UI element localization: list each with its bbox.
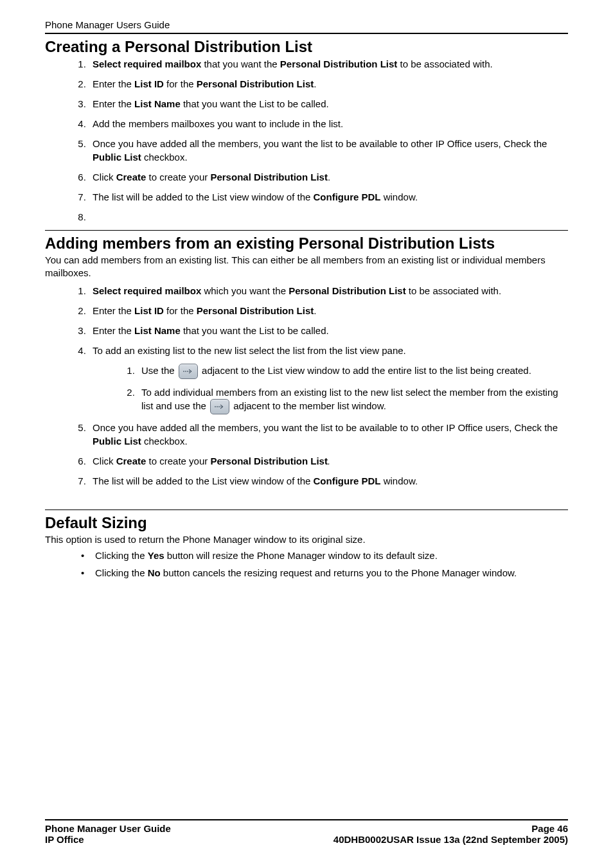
- footer-left-title: Phone Manager User Guide: [45, 823, 171, 834]
- text: checkbox.: [141, 436, 188, 447]
- text-bold: Yes: [148, 550, 164, 561]
- list-item: To add an existing list to the new list …: [89, 344, 568, 414]
- list-item: Select required mailbox which you want t…: [89, 284, 568, 297]
- text: button will resize the Phone Manager win…: [164, 550, 438, 561]
- text: Clicking the: [95, 550, 148, 561]
- footer-divider: [45, 819, 568, 820]
- text: which you want the: [201, 285, 289, 296]
- text-bold: List Name: [134, 98, 181, 109]
- text: window.: [381, 191, 418, 202]
- text: Clicking the: [95, 567, 148, 578]
- text-bold: List Name: [134, 325, 181, 336]
- list-item: Click Create to create your Personal Dis…: [89, 170, 568, 184]
- text-bold: List ID: [134, 78, 164, 89]
- list-item: Add the members mailboxes you want to in…: [89, 117, 568, 130]
- text-bold: List ID: [134, 305, 164, 316]
- list-item: The list will be added to the List view …: [89, 190, 568, 204]
- page-header-title: Phone Manager Users Guide: [45, 19, 568, 30]
- text: to create your: [146, 172, 210, 182]
- text: Enter the: [93, 325, 134, 336]
- text-bold: Create: [116, 456, 147, 466]
- text: To add an existing list to the new list …: [93, 345, 406, 356]
- text: Once you have added all the members, you…: [93, 422, 558, 433]
- text: to be associated with.: [406, 285, 501, 296]
- text-bold: Create: [116, 172, 147, 182]
- list-item: To add individual members from an existi…: [138, 385, 568, 414]
- text: Enter the: [93, 305, 134, 316]
- list-item: Once you have added all the members, you…: [89, 137, 568, 164]
- list-item: Clicking the Yes button will resize the …: [81, 550, 568, 561]
- header-divider: [45, 33, 568, 34]
- text-bold: Personal Distribution List: [197, 78, 314, 89]
- text: Add the members mailboxes you want to in…: [93, 118, 343, 129]
- creating-steps-list: Select required mailbox that you want th…: [45, 57, 568, 224]
- text: adjacent to the List view window to add …: [199, 365, 531, 376]
- text: checkbox.: [141, 152, 188, 163]
- text: to create your: [146, 456, 210, 466]
- adding-sub-list: Use the adjacent to the List view window…: [93, 364, 568, 414]
- footer-page-number: Page 46: [531, 823, 568, 834]
- text-bold: No: [148, 567, 161, 578]
- text-bold: Select required mailbox: [93, 58, 201, 69]
- text-bold: Public List: [93, 152, 141, 163]
- text: Click: [93, 172, 116, 182]
- heading-sizing: Default Sizing: [45, 514, 568, 532]
- text: window.: [381, 475, 418, 486]
- text: adjacent to the member list window.: [231, 400, 386, 411]
- list-item: Use the adjacent to the List view window…: [138, 364, 568, 379]
- list-item-empty: [89, 210, 568, 224]
- text-bold: Personal Distribution List: [197, 305, 314, 316]
- heading-adding: Adding members from an existing Personal…: [45, 235, 568, 252]
- list-item: Once you have added all the members, you…: [89, 421, 568, 448]
- list-item: Enter the List Name that you want the Li…: [89, 324, 568, 337]
- text-bold: Configure PDL: [314, 191, 381, 202]
- list-item: Select required mailbox that you want th…: [89, 57, 568, 71]
- text-bold: Public List: [93, 436, 141, 447]
- text: .: [314, 78, 316, 89]
- section-divider: [45, 230, 568, 231]
- text-bold: Personal Distribution List: [280, 58, 398, 69]
- list-item: Click Create to create your Personal Dis…: [89, 454, 568, 468]
- list-item: The list will be added to the List view …: [89, 474, 568, 488]
- text: that you want the List to be called.: [181, 325, 329, 336]
- text: .: [314, 305, 316, 316]
- text: for the: [164, 305, 197, 316]
- text: The list will be added to the List view …: [93, 191, 314, 202]
- text: Use the: [141, 365, 177, 376]
- arrow-right-icon: [210, 399, 229, 414]
- text: The list will be added to the List view …: [93, 475, 314, 486]
- heading-creating: Creating a Personal Distribution List: [45, 38, 568, 56]
- adding-steps-list: Select required mailbox which you want t…: [45, 284, 568, 488]
- section-divider: [45, 509, 568, 510]
- text-bold: Personal Distribution List: [210, 456, 328, 466]
- sizing-bullet-list: Clicking the Yes button will resize the …: [45, 550, 568, 578]
- list-item: Enter the List Name that you want the Li…: [89, 97, 568, 111]
- text: for the: [164, 78, 197, 89]
- text-bold: Select required mailbox: [93, 285, 201, 296]
- text: Enter the: [93, 78, 134, 89]
- text: to be associated with.: [397, 58, 492, 69]
- intro-text: You can add members from an existing lis…: [45, 254, 568, 280]
- footer-doc-id: 40DHB0002USAR Issue 13a (22nd September …: [333, 834, 568, 845]
- text-bold: Personal Distribution List: [210, 172, 328, 182]
- page-footer: Phone Manager User Guide Page 46 IP Offi…: [45, 819, 568, 845]
- footer-left-product: IP Office: [45, 834, 84, 845]
- intro-text: This option is used to return the Phone …: [45, 533, 568, 546]
- list-item: Enter the List ID for the Personal Distr…: [89, 304, 568, 317]
- text: that you want the List to be called.: [181, 98, 329, 109]
- text: button cancels the resizing request and …: [161, 567, 517, 578]
- text: .: [328, 172, 330, 182]
- text-bold: Personal Distribution List: [289, 285, 406, 296]
- arrow-right-icon: [179, 364, 198, 379]
- text: that you want the: [201, 58, 280, 69]
- text: Click: [93, 456, 116, 466]
- text-bold: Configure PDL: [314, 475, 381, 486]
- text: Once you have added all the members, you…: [93, 138, 547, 149]
- text: .: [328, 456, 330, 466]
- text: Enter the: [93, 98, 134, 109]
- list-item: Enter the List ID for the Personal Distr…: [89, 77, 568, 91]
- list-item: Clicking the No button cancels the resiz…: [81, 567, 568, 578]
